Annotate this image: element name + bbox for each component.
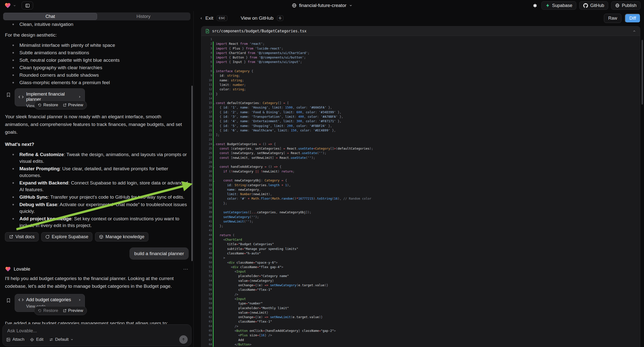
project-name: financial-future-creator bbox=[299, 3, 346, 8]
code-line: 42 }; bbox=[202, 224, 640, 228]
code-line: 31 bbox=[202, 174, 640, 178]
tab-history[interactable]: History bbox=[97, 13, 190, 20]
assistant-message: I've added a new budget categories manag… bbox=[5, 319, 189, 324]
list-item: Expand with Backend: Connect Supabase to… bbox=[5, 180, 189, 193]
code-line: 60 placeholder="Monthly limit" bbox=[202, 306, 640, 310]
version-card-add-budget-categories[interactable]: Add budget categories View code Restore … bbox=[15, 294, 85, 312]
bullet-dot-icon bbox=[12, 182, 14, 184]
code-line: 21 { id: '6', name: 'Healthcare', limit:… bbox=[202, 128, 640, 133]
code-line: 46 title="Budget Categories" bbox=[202, 242, 640, 246]
diff-toggle-button[interactable]: Diff bbox=[625, 14, 640, 23]
chat-message-list[interactable]: Clean, intuitive navigation For the desi… bbox=[0, 20, 194, 324]
sliders-icon bbox=[49, 338, 53, 342]
tab-chat[interactable]: Chat bbox=[4, 13, 97, 20]
supabase-button[interactable]: Supabase bbox=[542, 1, 576, 10]
file-header[interactable]: src/components/budget/BudgetCategories.t… bbox=[202, 26, 640, 36]
bullet-dot-icon bbox=[12, 52, 14, 54]
bullet-dot-icon bbox=[12, 204, 14, 205]
top-bar: financial-future-creator Supabase GitHub… bbox=[0, 0, 644, 11]
restore-button[interactable]: Restore bbox=[38, 308, 58, 313]
bookmark-icon[interactable] bbox=[6, 298, 11, 312]
list-item: Rounded corners and subtle shadows bbox=[5, 73, 189, 78]
fold-chevron-icon[interactable]: ⌄ bbox=[213, 165, 214, 169]
mode-select[interactable]: Default bbox=[49, 337, 74, 342]
globe-icon bbox=[615, 3, 620, 8]
preview-button[interactable]: Preview bbox=[63, 308, 83, 313]
chat-scrollbar[interactable] bbox=[192, 86, 193, 261]
code-line: 6import { Input } from '@/components/ui/… bbox=[202, 60, 640, 64]
settings-gear-icon[interactable] bbox=[532, 3, 538, 8]
github-icon bbox=[583, 3, 588, 8]
chevron-right-icon[interactable] bbox=[78, 298, 81, 302]
publish-button[interactable]: Publish bbox=[611, 1, 640, 10]
code-line: 3import { Plus } from 'lucide-react'; bbox=[202, 46, 640, 51]
visit-docs-button[interactable]: Visit docs bbox=[5, 232, 38, 242]
fold-chevron-icon[interactable]: ⌄ bbox=[213, 142, 214, 146]
preview-button[interactable]: Preview bbox=[63, 102, 83, 108]
design-bullets: Minimalist interface with plenty of whit… bbox=[5, 43, 189, 86]
code-line: 63 className="flex-1" bbox=[202, 319, 640, 324]
explore-supabase-button[interactable]: Explore Supabase bbox=[41, 232, 92, 242]
code-line: 23 bbox=[202, 138, 640, 142]
bullet-dot-icon bbox=[12, 196, 14, 198]
code-lines[interactable]: 12import React from 'react';3import { Pl… bbox=[202, 36, 640, 347]
code-line: 24⌄const BudgetCategories = () => { bbox=[202, 142, 640, 146]
code-scrollbar[interactable] bbox=[642, 40, 643, 104]
code-line: 54 value={newCategory} bbox=[202, 278, 640, 283]
code-line: 18 { id: '3', name: 'Transportation', li… bbox=[202, 114, 640, 119]
code-line: 39 setCategories([...categories, newCate… bbox=[202, 210, 640, 214]
assistant-name: Lovable bbox=[14, 266, 30, 272]
code-line: 62 onChange={(e) => setNewLimit(e.target… bbox=[202, 315, 640, 319]
list-item: Refine & Customize: Tweak the design, an… bbox=[5, 152, 189, 164]
github-button[interactable]: GitHub bbox=[579, 1, 608, 10]
view-on-github-button[interactable]: View on GitHub bbox=[241, 16, 274, 21]
code-line: 14 bbox=[202, 96, 640, 101]
arrow-up-icon bbox=[182, 338, 186, 342]
design-heading: For the design aesthetic: bbox=[5, 31, 189, 39]
chevron-right-icon[interactable] bbox=[78, 95, 81, 98]
fold-chevron-icon[interactable]: ⌄ bbox=[213, 101, 214, 106]
package-icon bbox=[99, 235, 103, 239]
raw-toggle-button[interactable]: Raw bbox=[604, 14, 621, 23]
version-card-implement-financial-planner[interactable]: Implement financial planner View code Re… bbox=[15, 88, 85, 106]
send-button[interactable] bbox=[179, 335, 188, 344]
project-switcher[interactable]: financial-future-creator bbox=[292, 0, 352, 11]
code-line: 17 { id: '2', name: 'Food & Dining', lim… bbox=[202, 110, 640, 114]
chevron-down-icon bbox=[70, 338, 74, 341]
chat-history-tabs: Chat History bbox=[3, 12, 190, 20]
code-line: 53 placeholder="Category name" bbox=[202, 274, 640, 278]
lovable-logo-heart-icon[interactable] bbox=[4, 2, 11, 9]
code-line: 33 id: String(categories.length + 1), bbox=[202, 183, 640, 188]
code-line: 12 color: string; bbox=[202, 87, 640, 92]
code-line: 30 if (!newCategory || !newLimit) return… bbox=[202, 169, 640, 174]
code-line: 58 <Input bbox=[202, 297, 640, 301]
list-item: Master Prompting: Use clear, detailed, a… bbox=[5, 166, 189, 179]
whats-next-bullets: Refine & Customize: Tweak the design, an… bbox=[5, 152, 189, 229]
code-line: 67 Add bbox=[202, 338, 640, 342]
prompt-composer[interactable]: Ask Lovable... Attach Edit Default bbox=[2, 324, 192, 346]
chevron-down-icon[interactable] bbox=[13, 4, 16, 7]
attach-button[interactable]: Attach bbox=[6, 337, 24, 342]
fold-chevron-icon[interactable]: ⌄ bbox=[213, 178, 214, 183]
collapse-chevron-up-icon[interactable] bbox=[632, 29, 636, 33]
edit-button[interactable]: Edit bbox=[30, 337, 43, 342]
list-item: Add project knowledge: Set key context o… bbox=[5, 216, 189, 229]
card-title: Add budget categories bbox=[26, 297, 76, 302]
restore-button[interactable]: Restore bbox=[38, 102, 58, 108]
manage-knowledge-button[interactable]: Manage knowledge bbox=[95, 232, 148, 242]
toggle-sidebar-button[interactable] bbox=[22, 2, 33, 10]
code-line: 59 type="number" bbox=[202, 301, 640, 306]
fold-chevron-icon[interactable]: ⌄ bbox=[213, 69, 214, 74]
message-overflow-menu[interactable]: ⋯ bbox=[183, 266, 189, 272]
prompt-input[interactable]: Ask Lovable... bbox=[7, 328, 187, 334]
globe-icon bbox=[292, 3, 296, 8]
code-line: 22]; bbox=[202, 133, 640, 137]
exit-button[interactable]: Exit bbox=[200, 16, 213, 21]
bookmark-icon[interactable] bbox=[6, 92, 11, 106]
lovable-heart-icon bbox=[5, 266, 11, 272]
external-link-icon bbox=[63, 309, 66, 313]
code-line: 44 return ( bbox=[202, 233, 640, 238]
bullet-dot-icon bbox=[12, 74, 14, 76]
restore-preview-pill: Restore Preview bbox=[34, 100, 87, 110]
code-line: 26 const [newCategory, setNewCategory] =… bbox=[202, 151, 640, 155]
